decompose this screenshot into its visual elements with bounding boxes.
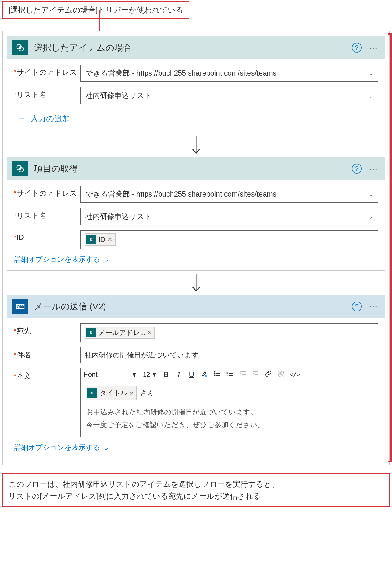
add-input-button[interactable]: ＋ 入力の追加 <box>14 109 378 126</box>
sharepoint-token-icon: s <box>87 388 97 398</box>
mail-card-header[interactable]: O メールの送信 (V2) ? ··· <box>7 295 385 318</box>
chevron-down-icon: ⌄ <box>368 213 373 220</box>
show-advanced-options-link[interactable]: 詳細オプションを表示する ⌄ <box>14 254 109 264</box>
rich-text-editor: Font ▼ 12 ▼ B I U <box>80 368 378 437</box>
subject-row: *件名 社内研修の開催日が近づいています <box>14 347 378 363</box>
token-remove-icon[interactable]: × <box>130 388 133 398</box>
rte-font-select[interactable]: Font ▼ <box>84 370 139 379</box>
mail-title: メールの送信 (V2) <box>34 301 352 313</box>
svg-text:S: S <box>19 45 21 49</box>
chevron-down-icon: ⌄ <box>368 92 373 99</box>
list-name-select[interactable]: 社内研修申込リスト ⌄ <box>80 87 378 104</box>
rte-unlink-button[interactable] <box>277 370 285 379</box>
id-input[interactable]: s ID ✕ <box>80 230 378 249</box>
sharepoint-token-icon: s <box>86 235 96 244</box>
to-row: *宛先 s メールアドレ... × <box>14 323 378 342</box>
flow-arrow <box>7 135 385 155</box>
card-menu-button[interactable]: ··· <box>368 302 380 311</box>
list-name-select[interactable]: 社内研修申込リスト ⌄ <box>80 208 378 225</box>
annotation-connector-line <box>99 10 100 31</box>
body-label: *本文 <box>14 368 80 381</box>
subject-input[interactable]: 社内研修の開催日が近づいています <box>80 347 378 363</box>
id-token-label: ID <box>99 236 105 244</box>
token-remove-icon[interactable]: ✕ <box>108 236 112 243</box>
svg-text:O: O <box>17 304 20 309</box>
sharepoint-icon: S <box>12 40 28 55</box>
svg-point-12 <box>214 372 215 372</box>
rte-underline-button[interactable]: U <box>187 370 196 379</box>
card-menu-button[interactable]: ··· <box>368 164 380 173</box>
title-token[interactable]: s タイトル × <box>86 386 137 400</box>
rte-number-list-button[interactable]: 123 <box>225 370 234 379</box>
help-icon[interactable]: ? <box>352 302 362 311</box>
site-address-row: *サイトのアドレス できる営業部 - https://buch255.share… <box>14 186 378 203</box>
id-row: *ID s ID ✕ <box>14 230 378 249</box>
dropdown-caret-icon: ▼ <box>131 370 138 379</box>
list-name-value: 社内研修申込リスト <box>85 212 152 221</box>
card-menu-button[interactable]: ··· <box>368 43 380 52</box>
flow-canvas: S 選択したアイテムの場合 ? ··· *サイトのアドレス できる営業部 - h… <box>2 31 390 465</box>
rte-italic-button[interactable]: I <box>174 371 183 379</box>
advanced-label: 詳細オプションを表示する <box>14 443 100 452</box>
help-icon[interactable]: ? <box>352 164 362 174</box>
site-address-label: *サイトのアドレス <box>14 186 80 198</box>
subject-value: 社内研修の開催日が近づいています <box>85 350 199 360</box>
site-address-select[interactable]: できる営業部 - https://buch255.sharepoint.com/… <box>80 65 378 82</box>
svg-point-16 <box>214 375 215 376</box>
rte-bold-button[interactable]: B <box>162 370 170 379</box>
rte-color-button[interactable] <box>200 370 209 379</box>
body-text-line-1: お申込みされた社内研修の開催日が近づいています。 <box>86 406 373 418</box>
callout-bottom-annotation: このフローは、社内研修申込リストのアイテムを選択しフローを実行すると、 リストの… <box>2 473 390 507</box>
trigger-card-header[interactable]: S 選択したアイテムの場合 ? ··· <box>7 36 385 59</box>
rte-outdent-button[interactable] <box>238 370 247 379</box>
list-name-row: *リスト名 社内研修申込リスト ⌄ <box>14 208 378 225</box>
rte-bullet-list-button[interactable] <box>213 370 221 379</box>
outlook-icon: O <box>12 299 28 314</box>
site-address-value: できる営業部 - https://buch255.sharepoint.com/… <box>85 68 276 78</box>
site-address-row: *サイトのアドレス できる営業部 - https://buch255.share… <box>14 65 378 82</box>
to-input[interactable]: s メールアドレ... × <box>80 323 378 342</box>
site-address-select[interactable]: できる営業部 - https://buch255.sharepoint.com/… <box>80 186 378 203</box>
advanced-label: 詳細オプションを表示する <box>14 255 100 264</box>
rte-toolbar: Font ▼ 12 ▼ B I U <box>81 368 378 381</box>
site-address-value: できる営業部 - https://buch255.sharepoint.com/… <box>85 189 276 199</box>
list-name-row: *リスト名 社内研修申込リスト ⌄ <box>14 87 378 104</box>
svg-point-14 <box>214 373 215 374</box>
flow-arrow <box>7 272 385 293</box>
getitem-title: 項目の取得 <box>34 163 352 175</box>
title-token-label: タイトル <box>100 387 128 399</box>
svg-rect-11 <box>205 375 207 377</box>
mail-card-body: *宛先 s メールアドレ... × *件名 社内研修の開催日が近づいています *… <box>7 318 385 459</box>
plus-icon: ＋ <box>17 112 26 125</box>
rte-size-select[interactable]: 12 ▼ <box>143 371 157 378</box>
getitem-card-body: *サイトのアドレス できる営業部 - https://buch255.share… <box>7 180 385 270</box>
body-after-token: さん <box>140 387 155 399</box>
list-name-label: *リスト名 <box>14 87 80 99</box>
sharepoint-icon: S <box>12 161 28 176</box>
dropdown-caret-icon: ▼ <box>151 371 157 378</box>
help-icon[interactable]: ? <box>352 43 362 53</box>
trigger-title: 選択したアイテムの場合 <box>34 42 352 54</box>
chevron-down-icon: ⌄ <box>368 191 373 198</box>
svg-text:3: 3 <box>226 374 228 377</box>
callout-bottom-line-2: リストの[メールアドレス]列に入力されている宛先にメールが送信される <box>8 490 384 502</box>
id-token[interactable]: s ID ✕ <box>85 233 116 246</box>
trigger-card-body: *サイトのアドレス できる営業部 - https://buch255.share… <box>7 59 385 133</box>
token-remove-icon[interactable]: × <box>148 329 151 336</box>
chevron-down-icon: ⌄ <box>103 255 109 263</box>
to-token[interactable]: s メールアドレ... × <box>85 327 155 339</box>
list-name-label: *リスト名 <box>14 208 80 220</box>
rte-body-content[interactable]: s タイトル × さん お申込みされた社内研修の開催日が近づいています。 今一度… <box>81 381 378 437</box>
to-label: *宛先 <box>14 323 80 336</box>
rte-font-label: Font <box>84 370 98 379</box>
mail-card: O メールの送信 (V2) ? ··· *宛先 s メールアドレ... × *件… <box>7 295 385 459</box>
body-line-1: s タイトル × さん <box>86 386 373 400</box>
rte-link-button[interactable] <box>264 370 273 379</box>
svg-text:S: S <box>19 166 21 170</box>
rte-code-view-button[interactable]: </> <box>289 371 298 378</box>
rte-indent-button[interactable] <box>251 370 260 379</box>
getitem-card-header[interactable]: S 項目の取得 ? ··· <box>7 157 385 180</box>
body-text-line-2: 今一度ご予定をご確認いただき、ぜひご参加ください。 <box>86 418 373 431</box>
show-advanced-options-link[interactable]: 詳細オプションを表示する ⌄ <box>14 442 109 452</box>
rte-size-label: 12 <box>143 371 150 378</box>
